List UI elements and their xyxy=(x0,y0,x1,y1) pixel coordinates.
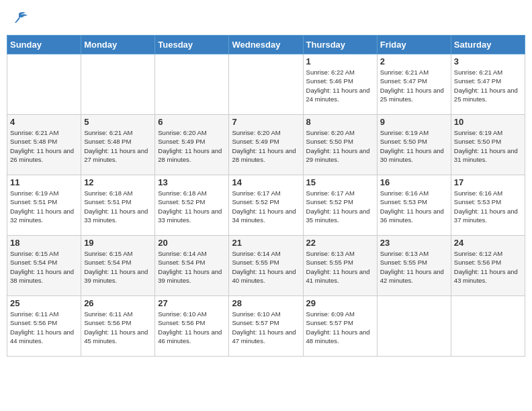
day-info: Sunrise: 6:21 AM Sunset: 5:48 PM Dayligh… xyxy=(10,128,78,164)
calendar-week-row: 1Sunrise: 6:22 AM Sunset: 5:46 PM Daylig… xyxy=(7,54,525,115)
calendar-table: SundayMondayTuesdayWednesdayThursdayFrid… xyxy=(7,35,525,357)
day-info: Sunrise: 6:20 AM Sunset: 5:49 PM Dayligh… xyxy=(232,128,300,164)
day-number: 2 xyxy=(380,56,448,66)
day-number: 17 xyxy=(454,177,522,187)
calendar-cell xyxy=(81,54,155,115)
calendar-week-row: 4Sunrise: 6:21 AM Sunset: 5:48 PM Daylig… xyxy=(7,115,525,175)
logo xyxy=(9,11,31,26)
day-number: 8 xyxy=(306,117,374,127)
day-number: 15 xyxy=(306,177,374,187)
calendar-cell xyxy=(451,296,525,357)
calendar-cell: 20Sunrise: 6:14 AM Sunset: 5:54 PM Dayli… xyxy=(155,236,229,296)
calendar-cell: 6Sunrise: 6:20 AM Sunset: 5:49 PM Daylig… xyxy=(155,115,229,175)
day-info: Sunrise: 6:12 AM Sunset: 5:56 PM Dayligh… xyxy=(454,249,522,285)
day-number: 19 xyxy=(84,238,152,248)
day-header-friday: Friday xyxy=(377,36,451,54)
day-info: Sunrise: 6:15 AM Sunset: 5:54 PM Dayligh… xyxy=(84,249,152,285)
calendar-cell: 9Sunrise: 6:19 AM Sunset: 5:50 PM Daylig… xyxy=(377,115,451,175)
day-number: 23 xyxy=(380,238,448,248)
calendar-cell: 25Sunrise: 6:11 AM Sunset: 5:56 PM Dayli… xyxy=(7,296,81,357)
day-info: Sunrise: 6:14 AM Sunset: 5:54 PM Dayligh… xyxy=(158,249,226,285)
day-number: 18 xyxy=(10,238,78,248)
day-number: 16 xyxy=(380,177,448,187)
calendar-cell: 15Sunrise: 6:17 AM Sunset: 5:52 PM Dayli… xyxy=(303,175,377,236)
day-info: Sunrise: 6:11 AM Sunset: 5:56 PM Dayligh… xyxy=(10,310,78,345)
day-info: Sunrise: 6:14 AM Sunset: 5:55 PM Dayligh… xyxy=(232,249,300,285)
day-number: 24 xyxy=(454,238,522,248)
calendar-cell: 23Sunrise: 6:13 AM Sunset: 5:55 PM Dayli… xyxy=(377,236,451,296)
calendar-week-row: 11Sunrise: 6:19 AM Sunset: 5:51 PM Dayli… xyxy=(7,175,525,236)
day-number: 7 xyxy=(232,117,300,127)
calendar-cell: 1Sunrise: 6:22 AM Sunset: 5:46 PM Daylig… xyxy=(303,54,377,115)
page-header xyxy=(7,7,525,30)
calendar-cell xyxy=(229,54,303,115)
calendar-cell: 16Sunrise: 6:16 AM Sunset: 5:53 PM Dayli… xyxy=(377,175,451,236)
calendar-cell: 3Sunrise: 6:21 AM Sunset: 5:47 PM Daylig… xyxy=(451,54,525,115)
day-header-monday: Monday xyxy=(81,36,155,54)
calendar-cell: 19Sunrise: 6:15 AM Sunset: 5:54 PM Dayli… xyxy=(81,236,155,296)
day-header-wednesday: Wednesday xyxy=(229,36,303,54)
day-number: 4 xyxy=(10,117,78,127)
day-info: Sunrise: 6:13 AM Sunset: 5:55 PM Dayligh… xyxy=(380,249,448,285)
day-number: 27 xyxy=(158,298,226,308)
calendar-cell: 4Sunrise: 6:21 AM Sunset: 5:48 PM Daylig… xyxy=(7,115,81,175)
calendar-cell: 24Sunrise: 6:12 AM Sunset: 5:56 PM Dayli… xyxy=(451,236,525,296)
day-info: Sunrise: 6:19 AM Sunset: 5:50 PM Dayligh… xyxy=(454,128,522,164)
day-info: Sunrise: 6:20 AM Sunset: 5:49 PM Dayligh… xyxy=(158,128,226,164)
calendar-cell: 14Sunrise: 6:17 AM Sunset: 5:52 PM Dayli… xyxy=(229,175,303,236)
day-header-thursday: Thursday xyxy=(303,36,377,54)
day-header-tuesday: Tuesday xyxy=(155,36,229,54)
day-number: 1 xyxy=(306,56,374,66)
day-number: 20 xyxy=(158,238,226,248)
day-number: 26 xyxy=(84,298,152,308)
day-info: Sunrise: 6:21 AM Sunset: 5:47 PM Dayligh… xyxy=(380,68,448,103)
logo-bird-icon xyxy=(9,11,28,26)
day-info: Sunrise: 6:15 AM Sunset: 5:54 PM Dayligh… xyxy=(10,249,78,285)
day-info: Sunrise: 6:21 AM Sunset: 5:48 PM Dayligh… xyxy=(84,128,152,164)
day-header-saturday: Saturday xyxy=(451,36,525,54)
calendar-cell: 2Sunrise: 6:21 AM Sunset: 5:47 PM Daylig… xyxy=(377,54,451,115)
day-info: Sunrise: 6:18 AM Sunset: 5:52 PM Dayligh… xyxy=(158,189,226,224)
day-info: Sunrise: 6:13 AM Sunset: 5:55 PM Dayligh… xyxy=(306,249,374,285)
calendar-header-row: SundayMondayTuesdayWednesdayThursdayFrid… xyxy=(7,36,525,54)
calendar-cell: 29Sunrise: 6:09 AM Sunset: 5:57 PM Dayli… xyxy=(303,296,377,357)
day-number: 25 xyxy=(10,298,78,308)
day-info: Sunrise: 6:17 AM Sunset: 5:52 PM Dayligh… xyxy=(306,189,374,224)
day-info: Sunrise: 6:16 AM Sunset: 5:53 PM Dayligh… xyxy=(454,189,522,224)
calendar-cell xyxy=(155,54,229,115)
calendar-cell: 17Sunrise: 6:16 AM Sunset: 5:53 PM Dayli… xyxy=(451,175,525,236)
calendar-cell: 8Sunrise: 6:20 AM Sunset: 5:50 PM Daylig… xyxy=(303,115,377,175)
calendar-cell: 18Sunrise: 6:15 AM Sunset: 5:54 PM Dayli… xyxy=(7,236,81,296)
day-number: 13 xyxy=(158,177,226,187)
calendar-week-row: 25Sunrise: 6:11 AM Sunset: 5:56 PM Dayli… xyxy=(7,296,525,357)
calendar-cell: 11Sunrise: 6:19 AM Sunset: 5:51 PM Dayli… xyxy=(7,175,81,236)
day-info: Sunrise: 6:21 AM Sunset: 5:47 PM Dayligh… xyxy=(454,68,522,103)
calendar-cell xyxy=(7,54,81,115)
day-info: Sunrise: 6:22 AM Sunset: 5:46 PM Dayligh… xyxy=(306,68,374,103)
day-number: 29 xyxy=(306,298,374,308)
day-info: Sunrise: 6:19 AM Sunset: 5:51 PM Dayligh… xyxy=(10,189,78,224)
calendar-cell: 26Sunrise: 6:11 AM Sunset: 5:56 PM Dayli… xyxy=(81,296,155,357)
day-info: Sunrise: 6:19 AM Sunset: 5:50 PM Dayligh… xyxy=(380,128,448,164)
calendar-cell: 5Sunrise: 6:21 AM Sunset: 5:48 PM Daylig… xyxy=(81,115,155,175)
day-header-sunday: Sunday xyxy=(7,36,81,54)
day-number: 28 xyxy=(232,298,300,308)
day-number: 14 xyxy=(232,177,300,187)
calendar-cell: 27Sunrise: 6:10 AM Sunset: 5:56 PM Dayli… xyxy=(155,296,229,357)
calendar-cell: 22Sunrise: 6:13 AM Sunset: 5:55 PM Dayli… xyxy=(303,236,377,296)
day-info: Sunrise: 6:10 AM Sunset: 5:57 PM Dayligh… xyxy=(232,310,300,345)
day-number: 22 xyxy=(306,238,374,248)
day-info: Sunrise: 6:09 AM Sunset: 5:57 PM Dayligh… xyxy=(306,310,374,345)
day-info: Sunrise: 6:11 AM Sunset: 5:56 PM Dayligh… xyxy=(84,310,152,345)
day-number: 11 xyxy=(10,177,78,187)
calendar-cell: 12Sunrise: 6:18 AM Sunset: 5:51 PM Dayli… xyxy=(81,175,155,236)
calendar-cell: 13Sunrise: 6:18 AM Sunset: 5:52 PM Dayli… xyxy=(155,175,229,236)
day-info: Sunrise: 6:18 AM Sunset: 5:51 PM Dayligh… xyxy=(84,189,152,224)
day-number: 9 xyxy=(380,117,448,127)
day-number: 10 xyxy=(454,117,522,127)
day-number: 3 xyxy=(454,56,522,66)
calendar-cell: 7Sunrise: 6:20 AM Sunset: 5:49 PM Daylig… xyxy=(229,115,303,175)
day-info: Sunrise: 6:16 AM Sunset: 5:53 PM Dayligh… xyxy=(380,189,448,224)
calendar-cell: 28Sunrise: 6:10 AM Sunset: 5:57 PM Dayli… xyxy=(229,296,303,357)
calendar-week-row: 18Sunrise: 6:15 AM Sunset: 5:54 PM Dayli… xyxy=(7,236,525,296)
